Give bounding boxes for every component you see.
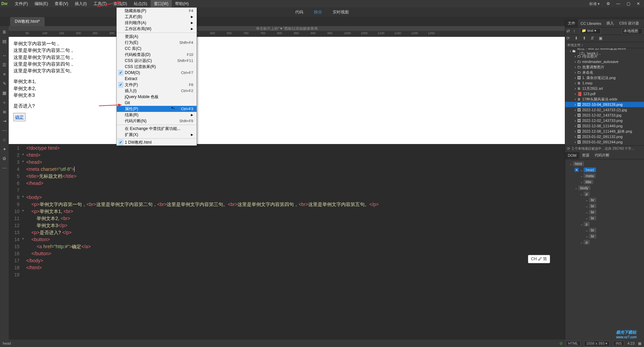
menu-帮助(H)[interactable]: 帮助(H) bbox=[172, 0, 192, 8]
menu-站点(S)[interactable]: 站点(S) bbox=[130, 0, 151, 8]
menu-窗口(W)[interactable]: 窗口(W) bbox=[151, 0, 172, 8]
menu-item[interactable]: CC 库(C) bbox=[117, 46, 197, 52]
file-tree-node[interactable]: › 🗎 11月28日.srt bbox=[565, 86, 644, 91]
ruler-icon[interactable]: ☰ bbox=[1, 62, 7, 68]
file-tree-node[interactable]: › 🗀 批量调整图片 bbox=[565, 64, 644, 70]
dom-tab[interactable]: 资源 bbox=[579, 151, 592, 159]
refresh-icon[interactable]: ⟳ bbox=[567, 36, 572, 41]
menu-item[interactable]: 隐藏面板(P)F4 bbox=[117, 8, 197, 14]
dom-node[interactable]: ⌄br bbox=[567, 209, 643, 215]
file-tree-node[interactable]: › 🗀 mindmaster_autosave bbox=[565, 59, 644, 64]
ruler[interactable]: 5010015020025030035040045050055060065070… bbox=[9, 31, 565, 37]
menu-item[interactable]: ✓DOM(O)Ctrl+F7 bbox=[117, 70, 197, 76]
dom-node[interactable]: ⌄br bbox=[567, 233, 643, 239]
minimize-icon[interactable]: — bbox=[614, 1, 622, 7]
menu-item[interactable]: 排列顺序(A)▶ bbox=[117, 20, 197, 26]
expand-icon[interactable]: ▣ bbox=[599, 36, 604, 41]
star-icon[interactable]: ☆ bbox=[1, 137, 7, 143]
menu-item[interactable]: 插入(I)Ctrl+F2 bbox=[117, 88, 197, 94]
wand-icon[interactable]: ✦ bbox=[1, 146, 7, 152]
view-tab-0[interactable]: 代码 bbox=[292, 8, 306, 16]
menu-item[interactable]: ✓文件(F)F8 bbox=[117, 82, 197, 88]
close-icon[interactable]: ✕ bbox=[635, 1, 642, 7]
menu-编辑(E)[interactable]: 编辑(E) bbox=[31, 0, 51, 8]
file-tree-node[interactable]: › 🖼 2022-12-02_143733.jpg bbox=[565, 113, 644, 118]
confirm-button[interactable]: 确定 bbox=[13, 113, 25, 121]
file-tree-node[interactable]: › 🖼 2022-10-04_093128.png bbox=[565, 102, 644, 107]
file-manage-icon[interactable]: 🗎 bbox=[1, 29, 7, 35]
panel-tab[interactable]: 插入 bbox=[604, 19, 616, 27]
maximize-icon[interactable]: ▢ bbox=[625, 1, 632, 7]
file-tree[interactable]: › 🖿 站点 - test (D:\tools\桌面\work（2）\work … bbox=[565, 48, 644, 145]
expand-icon[interactable]: ↔ bbox=[1, 52, 7, 58]
menu-工具(T)[interactable]: 工具(T) bbox=[90, 0, 110, 8]
file-tree-node[interactable]: › 🖼 2022-12-08_111449.png bbox=[565, 123, 644, 129]
dom-node[interactable]: ⌄title bbox=[567, 179, 643, 185]
file-tree-node[interactable]: › 🖼 2022-12-02_143733.png bbox=[565, 118, 644, 123]
menu-item[interactable]: Git bbox=[117, 100, 197, 106]
media-query-bar[interactable]: 单击标尺上的"▼"图标以添加媒体查询 bbox=[9, 26, 565, 31]
indent-icon[interactable]: ⇥ bbox=[1, 118, 7, 124]
server-icon[interactable]: ↕ bbox=[573, 28, 579, 34]
dom-node[interactable]: ⌄br bbox=[567, 203, 643, 209]
code-editor[interactable]: 1<!doctype html>2▾<html>3▾<head>4<meta c… bbox=[9, 144, 565, 340]
menu-item[interactable]: 在 Exchange 中查找扩展功能... bbox=[117, 126, 197, 132]
dom-tab[interactable]: DOM bbox=[565, 152, 579, 159]
refresh-small-icon[interactable]: ⟳ bbox=[567, 147, 570, 150]
file-tree-node[interactable]: › 🗎 17种头脑风暴法.eddx bbox=[565, 96, 644, 102]
file-tree-node[interactable]: › 🖼 2023-01-02_091132.png bbox=[565, 134, 644, 139]
sync-icon[interactable]: ⇵ bbox=[591, 36, 596, 41]
menu-item[interactable]: ✓1 DW教程.html bbox=[117, 139, 197, 145]
comment-icon[interactable]: ≡ bbox=[1, 71, 7, 77]
menu-item[interactable]: 代码片断(N)Shift+F9 bbox=[117, 118, 197, 124]
file-tree-node[interactable]: › 🖼 2022-12-08_111449_副本.png bbox=[565, 129, 644, 134]
file-tree-node[interactable]: › 🖼 2022-12-02_143733 (2).jpg bbox=[565, 107, 644, 113]
menu-item[interactable]: 行为(E)Shift+F4 bbox=[117, 40, 197, 46]
status-breadcrumb[interactable]: head bbox=[3, 341, 11, 345]
viewport-size[interactable]: 1558 x 393 ▾ bbox=[584, 341, 610, 346]
panel-tab[interactable]: CC Libraries bbox=[578, 20, 604, 27]
view-dropdown[interactable]: 本地视图 bbox=[622, 28, 643, 34]
document-tab[interactable]: DW教程.html* bbox=[10, 17, 45, 26]
dom-tab[interactable]: 代码片断 bbox=[592, 151, 612, 159]
panel-tab[interactable]: 文件 bbox=[565, 19, 578, 27]
menu-文件(F)[interactable]: 文件(F) bbox=[11, 0, 31, 8]
menu-item[interactable]: 扩展(X)▶ bbox=[117, 132, 197, 138]
dom-node[interactable]: ⌄p bbox=[567, 221, 643, 227]
settings-icon[interactable]: ⚙ bbox=[1, 155, 7, 161]
menu-item[interactable]: jQuery Mobile 色板 bbox=[117, 94, 197, 100]
dom-node[interactable]: +⌄head bbox=[567, 167, 643, 173]
ime-indicator[interactable]: CH 🖉 简 bbox=[528, 255, 550, 263]
files-column-header[interactable]: 本地文件 ↑ bbox=[565, 42, 644, 48]
menu-item[interactable]: CSS 设计器(C)Shift+F11 bbox=[117, 58, 197, 64]
menu-item[interactable]: 结果(R)▶ bbox=[117, 112, 197, 118]
menu-插入(I)[interactable]: 插入(I) bbox=[71, 0, 90, 8]
settings-icon[interactable]: ⚙ bbox=[604, 1, 612, 7]
dash-icon[interactable]: ⋯ bbox=[1, 127, 7, 133]
file-tree-node[interactable]: › 🗎 1.mep bbox=[565, 80, 644, 86]
file-tree-node[interactable]: › 🗀 未命名 bbox=[565, 70, 644, 75]
page-icon[interactable]: ▤ bbox=[1, 38, 7, 44]
dom-node[interactable]: ⌄p bbox=[567, 191, 643, 197]
no-errors-icon[interactable]: ⊘ bbox=[559, 341, 562, 346]
dom-tree[interactable]: ⌄html+⌄head⌄meta⌄title⌄body⌄p⌄br⌄br⌄br⌄b… bbox=[565, 159, 644, 340]
file-tree-node[interactable]: › 🖼 1. 康奈尔笔记法.png bbox=[565, 75, 644, 80]
overflow-icon[interactable]: ▦ bbox=[638, 341, 641, 346]
panel-tab[interactable]: CSS 设计器 bbox=[616, 19, 642, 27]
align-icon[interactable]: ≣ bbox=[1, 109, 7, 115]
file-tree-node[interactable]: › 🖿 站点 - test (D:\tools\桌面\work（2）\work … bbox=[565, 48, 644, 54]
workspace-switcher[interactable]: 标准 ▾ bbox=[589, 1, 600, 6]
dom-node[interactable]: ⌄br bbox=[567, 197, 643, 203]
get-icon[interactable]: ⬇ bbox=[575, 36, 580, 41]
view-tab-2[interactable]: 实时视图 bbox=[330, 8, 352, 16]
more-icon[interactable]: ⋯ bbox=[1, 165, 7, 171]
link-icon[interactable]: ⇄ bbox=[567, 28, 572, 34]
menu-查看(V)[interactable]: 查看(V) bbox=[51, 0, 71, 8]
window-menu-dropdown[interactable]: 隐藏面板(P)F4工具栏(B)▶排列顺序(A)▶工作区布局(W)▶资源(A)行为… bbox=[116, 7, 197, 146]
file-tree-node[interactable]: › 📕 123.pdf bbox=[565, 91, 644, 96]
dom-node[interactable]: ⌄p bbox=[567, 239, 643, 245]
menu-item[interactable]: 工具栏(B)▶ bbox=[117, 14, 197, 20]
dom-node[interactable]: ⌄br bbox=[567, 215, 643, 221]
format-icon[interactable]: ✎ bbox=[1, 80, 7, 86]
design-view[interactable]: 举例文字内容第一句，这里是举例文字内容第二句，这里是举例文字内容第三句，这里是举… bbox=[9, 37, 565, 144]
